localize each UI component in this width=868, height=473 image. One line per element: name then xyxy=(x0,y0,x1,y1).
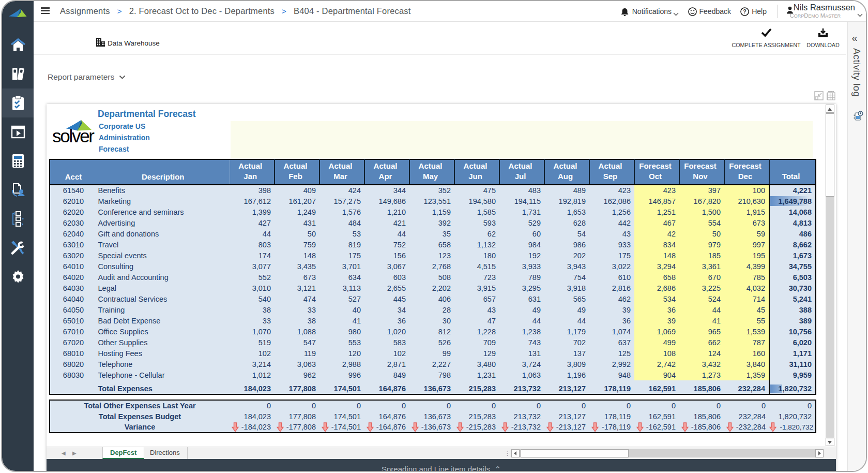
svg-text:solver: solver xyxy=(52,126,95,146)
svg-text:?: ? xyxy=(743,8,746,14)
